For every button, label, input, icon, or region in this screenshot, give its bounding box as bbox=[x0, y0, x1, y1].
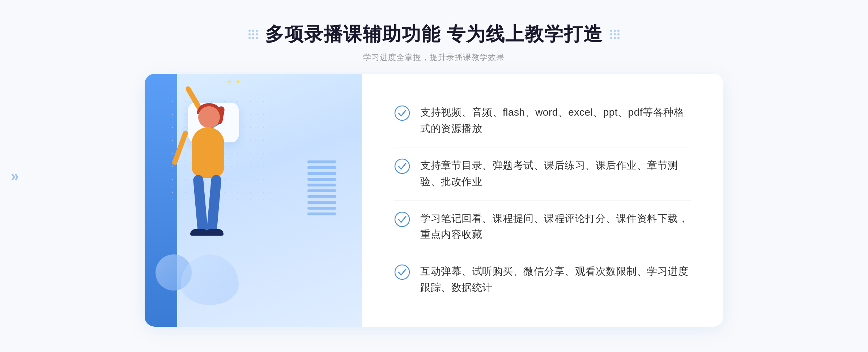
divider-1 bbox=[394, 147, 691, 147]
svg-point-0 bbox=[395, 106, 409, 120]
check-icon-3 bbox=[394, 211, 410, 227]
check-icon-4 bbox=[394, 264, 410, 280]
left-decorator-dots bbox=[248, 30, 258, 39]
page-left-chevron: » bbox=[11, 168, 19, 184]
feature-item-2: 支持章节目录、弹题考试、课后练习、课后作业、章节测验、批改作业 bbox=[394, 151, 691, 197]
divider-2 bbox=[394, 200, 691, 201]
divider-3 bbox=[394, 253, 691, 253]
feature-text-2: 支持章节目录、弹题考试、课后练习、课后作业、章节测验、批改作业 bbox=[420, 158, 691, 190]
main-card: ✦ ✦ bbox=[145, 74, 723, 327]
right-decorator-dots bbox=[610, 30, 620, 39]
deco-stripes bbox=[307, 160, 336, 233]
feature-text-3: 学习笔记回看、课程提问、课程评论打分、课件资料下载，重点内容收藏 bbox=[420, 211, 691, 243]
feature-text-1: 支持视频、音频、flash、word、excel、ppt、pdf等各种格式的资源… bbox=[420, 104, 691, 137]
header-decorators: 多项录播课辅助功能 专为线上教学打造 bbox=[248, 22, 620, 47]
check-icon-1 bbox=[394, 105, 410, 121]
light-rays: ✦ ✦ bbox=[226, 77, 241, 87]
figure-shoe-right bbox=[205, 229, 224, 236]
features-panel: 支持视频、音频、flash、word、excel、ppt、pdf等各种格式的资源… bbox=[362, 74, 723, 327]
svg-point-3 bbox=[395, 265, 409, 279]
page-container: 多项录播课辅助功能 专为线上教学打造 学习进度全掌握，提升录播课教学效果 ✦ ✦ bbox=[0, 0, 868, 352]
feature-item-4: 互动弹幕、试听购买、微信分享、观看次数限制、学习进度跟踪、数据统计 bbox=[394, 257, 691, 302]
svg-point-1 bbox=[395, 159, 409, 173]
header-section: 多项录播课辅助功能 专为线上教学打造 学习进度全掌握，提升录播课教学效果 bbox=[248, 0, 620, 74]
page-title: 多项录播课辅助功能 专为线上教学打造 bbox=[265, 22, 603, 47]
figure-body bbox=[192, 127, 224, 178]
svg-point-2 bbox=[395, 212, 409, 227]
feature-item-1: 支持视频、音频、flash、word、excel、ppt、pdf等各种格式的资源… bbox=[394, 98, 691, 143]
deco-circle-2 bbox=[181, 254, 239, 305]
figure-head bbox=[198, 106, 220, 128]
check-icon-2 bbox=[394, 158, 410, 174]
illustration-area: ✦ ✦ bbox=[145, 74, 362, 327]
feature-item-3: 学习笔记回看、课程提问、课程评论打分、课件资料下载，重点内容收藏 bbox=[394, 204, 691, 250]
page-subtitle: 学习进度全掌握，提升录播课教学效果 bbox=[248, 52, 620, 63]
feature-text-4: 互动弹幕、试听购买、微信分享、观看次数限制、学习进度跟踪、数据统计 bbox=[420, 263, 691, 296]
